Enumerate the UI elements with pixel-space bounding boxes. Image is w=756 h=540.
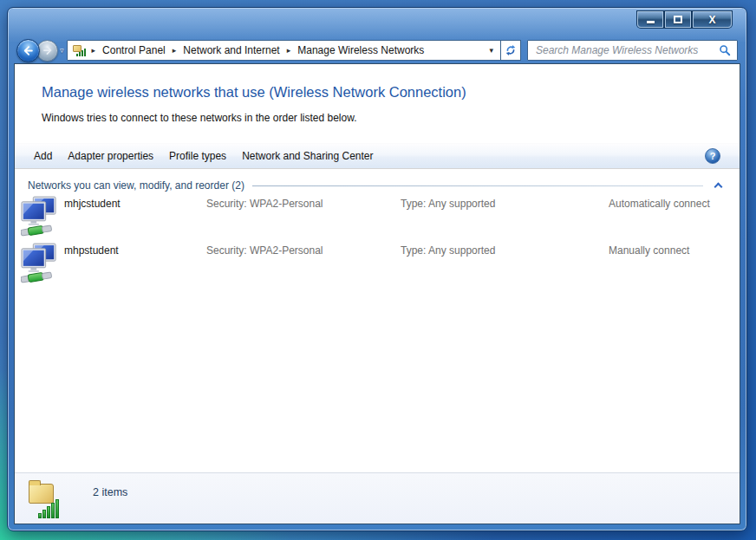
network-type: Type: Any supported [401,198,495,210]
recent-pages-chevron[interactable]: ▿ [60,46,64,55]
page-title: Manage wireless networks that use (Wirel… [42,84,722,101]
breadcrumb-dropdown-icon[interactable]: ▾ [485,46,498,55]
maximize-button[interactable] [665,11,691,28]
toolbar-profile-types-button[interactable]: Profile types [161,146,234,166]
search-input[interactable] [528,44,715,56]
group-header-divider [252,185,703,186]
breadcrumb-separator-icon: ▸ [283,46,296,55]
group-header-label: Networks you can view, modify, and reord… [28,179,244,192]
wireless-folder-icon [29,481,67,519]
refresh-icon [505,44,517,56]
back-icon [22,44,35,57]
breadcrumb-separator-icon: ▸ [88,46,101,55]
navigation-bar: ▿ ▸ Control Panel ▸ Network and Internet… [8,37,746,63]
network-security: Security: WPA2-Personal [206,244,323,257]
list-item[interactable]: mhjcstudent Security: WPA2-Personal Type… [15,195,740,240]
network-security: Security: WPA2-Personal [206,198,323,210]
wireless-folder-icon [73,44,87,57]
page-header: Manage wireless networks that use (Wirel… [15,64,740,143]
page-subtitle: Windows tries to connect to these networ… [42,112,722,124]
command-toolbar: Add Adapter properties Profile types Net… [15,143,740,169]
refresh-button[interactable] [500,40,521,61]
client-area: Manage wireless networks that use (Wirel… [14,63,740,524]
minimize-button[interactable] [637,11,663,28]
minimize-icon [647,21,655,23]
network-connect-mode: Automatically connect [609,198,710,210]
breadcrumb-separator-icon: ▸ [168,46,181,55]
list-item[interactable]: mhpstudent Security: WPA2-Personal Type:… [15,242,740,287]
network-connect-mode: Manually connect [609,244,689,257]
toolbar-add-button[interactable]: Add [26,146,60,166]
search-box [527,40,738,61]
network-type: Type: Any supported [401,244,495,257]
forward-icon [42,44,54,56]
breadcrumb-item-control-panel[interactable]: Control Panel [100,43,168,57]
collapse-chevron-icon[interactable] [714,183,723,192]
group-header: Networks you can view, modify, and reord… [28,178,726,193]
network-computers-icon [21,196,57,237]
breadcrumb-item-manage-wireless-networks[interactable]: Manage Wireless Networks [295,43,427,57]
breadcrumb: ▸ Control Panel ▸ Network and Internet ▸… [67,40,501,61]
status-bar: 2 items [15,472,740,524]
network-name: mhpstudent [64,244,119,257]
breadcrumb-item-network-and-internet[interactable]: Network and Internet [180,43,282,57]
help-icon[interactable]: ? [705,148,720,164]
toolbar-adapter-properties-button[interactable]: Adapter properties [60,146,161,166]
item-count: 2 items [93,486,127,498]
explorer-window: X ▿ ▸ Control Panel ▸ Network and Intern… [7,7,747,531]
caption-buttons: X [635,11,732,28]
back-button[interactable] [16,39,40,62]
network-computers-icon [21,243,57,284]
close-icon: X [708,15,715,25]
maximize-icon [674,16,682,23]
network-list: Networks you can view, modify, and reord… [15,169,740,472]
network-name: mhjcstudent [64,198,121,210]
close-button[interactable]: X [693,11,732,28]
toolbar-network-sharing-center-button[interactable]: Network and Sharing Center [234,146,381,166]
search-icon[interactable] [719,44,731,56]
